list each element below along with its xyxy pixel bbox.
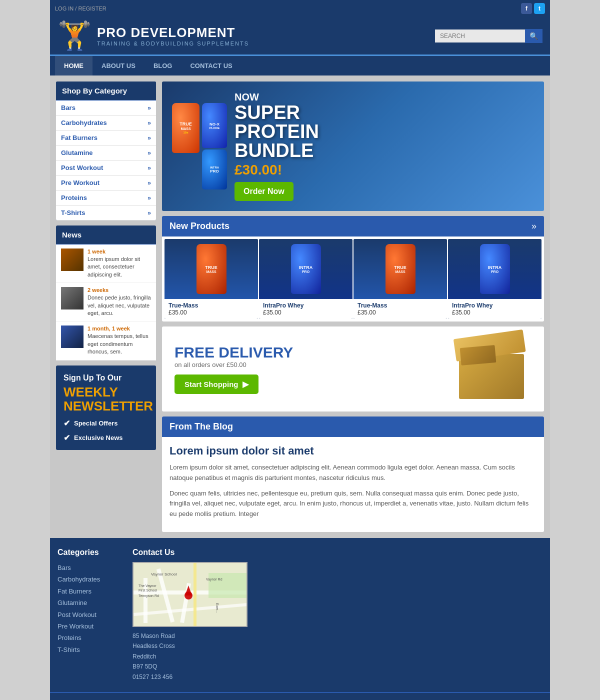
arrow-icon: »: [148, 120, 151, 126]
delivery-title: FREE DELIVERY: [174, 344, 293, 361]
news-item-3[interactable]: 1 month, 1 week Maecenas tempus, tellus …: [56, 322, 156, 360]
svg-text:Vaynor Rd: Vaynor Rd: [206, 578, 222, 582]
news-content-2: 2 weeks Donec pede justo, fringilla vel,…: [88, 287, 151, 317]
nav-item-about[interactable]: ABOUT US: [92, 56, 144, 76]
product-info-2: IntraPro Whey £35.00: [259, 299, 352, 319]
news-text-3: Maecenas tempus, tellus eget condimentum…: [88, 332, 151, 356]
svg-rect-6: [194, 563, 196, 627]
category-bars[interactable]: Bars »: [56, 100, 156, 116]
brand-name: PRO DEVELOPMENT: [97, 25, 249, 40]
news-thumb-3: [61, 326, 84, 348]
delivery-text: FREE DELIVERY on all orders over £50.00 …: [174, 344, 293, 394]
check-icon-1: ✔: [64, 418, 70, 428]
nav-item-home[interactable]: HOME: [55, 56, 92, 76]
footer-phone: 01527 123 456: [132, 672, 248, 682]
category-carbohydrates[interactable]: Carbohydrates »: [56, 116, 156, 130]
blog-content: Lorem ipsum dolor sit amet Lorem ipsum d…: [162, 444, 544, 520]
category-proteins-link[interactable]: Proteins: [61, 194, 87, 202]
brand-tagline: TRAINING & BODYBUILDING SUPPLEMENTS: [97, 40, 249, 46]
product-price-3: £35.00: [358, 309, 443, 316]
newsletter-news-row: ✔ Exclusive News: [64, 433, 148, 442]
product-info-3: True-Mass £35.00: [354, 299, 447, 319]
search-input[interactable]: [435, 30, 525, 42]
svg-text:Tennyson Rd: Tennyson Rd: [138, 594, 159, 598]
category-fat-burners[interactable]: Fat Burners »: [56, 130, 156, 146]
footer-cat-pre-workout[interactable]: Pre Workout: [58, 620, 122, 632]
footer-cat-fat-burners[interactable]: Fat Burners: [58, 586, 122, 597]
main-nav: HOME ABOUT US BLOG CONTACT US: [50, 54, 550, 76]
arrow-icon: »: [148, 164, 151, 172]
news-item-2[interactable]: 2 weeks Donec pede justo, fringilla vel,…: [56, 283, 156, 322]
facebook-button[interactable]: f: [521, 3, 532, 14]
blog-post-title[interactable]: Lorem ipsum dolor sit amet: [170, 444, 536, 458]
product-card-3[interactable]: TRUEMASS True-Mass £35.00: [354, 239, 447, 319]
footer-cat-tshirts[interactable]: T-Shirts: [58, 644, 122, 656]
footer-address-3: Redditch: [132, 652, 248, 662]
product-image-4: INTRAPRO: [448, 239, 542, 299]
check-icon-2: ✔: [64, 433, 70, 442]
category-glutamine-link[interactable]: Glutamine: [61, 149, 93, 156]
arrow-icon: »: [148, 104, 151, 112]
product-info-4: IntraPro Whey £35.00: [448, 299, 542, 319]
login-register-link[interactable]: Log In / Register: [55, 6, 106, 12]
footer-categories: Categories Bars Carbohydrates Fat Burner…: [58, 548, 122, 682]
news-date-1: 1 week: [88, 248, 151, 254]
footer-cat-post-workout[interactable]: Post Workout: [58, 609, 122, 620]
news-item-1[interactable]: 1 week Lorem ipsum dolor sit amet, conse…: [56, 244, 156, 283]
footer-cat-bars[interactable]: Bars: [58, 562, 122, 574]
product-name-3: True-Mass: [358, 302, 443, 309]
product-price-2: £35.00: [263, 309, 348, 316]
category-carbohydrates-link[interactable]: Carbohydrates: [61, 119, 107, 126]
delivery-subtitle: on all orders over £50.00: [174, 361, 293, 368]
category-section: Shop By Category Bars » Carbohydrates » …: [56, 82, 156, 220]
category-post-workout-link[interactable]: Post Workout: [61, 164, 103, 172]
newsletter-weekly-label: WEEKLY: [64, 385, 148, 400]
footer-cat-carbohydrates[interactable]: Carbohydrates: [58, 574, 122, 585]
category-glutamine[interactable]: Glutamine »: [56, 146, 156, 160]
footer-contact: Contact Us Vaynor School: [132, 548, 248, 682]
news-text-2: Donec pede justo, fringilla vel, aliquet…: [88, 294, 151, 317]
content-area: TRUE MASS 10x NO-X PLODE INTRA: [162, 82, 544, 532]
hero-text: NOW SUPER PROTEIN BUNDLE £30.00! Order N…: [227, 92, 534, 201]
footer-cat-proteins[interactable]: Proteins: [58, 632, 122, 644]
product-price-1: £35.00: [168, 309, 254, 316]
arrow-icon: »: [148, 194, 151, 202]
category-tshirts-link[interactable]: T-Shirts: [61, 209, 85, 216]
footer-map: Vaynor School Vaynor Rd Tennyson Rd The …: [132, 562, 248, 627]
footer-address: 85 Mason Road Headless Cross Redditch B9…: [132, 631, 248, 682]
category-pre-workout[interactable]: Pre Workout »: [56, 176, 156, 190]
new-products-more[interactable]: »: [532, 221, 536, 232]
search-button[interactable]: 🔍: [525, 29, 542, 43]
category-tshirts[interactable]: T-Shirts »: [56, 206, 156, 220]
category-pre-workout-link[interactable]: Pre Workout: [61, 179, 100, 186]
category-fat-burners-link[interactable]: Fat Burners: [61, 134, 98, 142]
hero-title-1: SUPER: [234, 103, 526, 122]
footer-address-2: Headless Cross: [132, 641, 248, 651]
product-card-1[interactable]: TRUEMASS True-Mass £35.00: [164, 239, 258, 319]
order-now-button[interactable]: Order Now: [234, 182, 294, 201]
hero-now: NOW: [234, 92, 526, 103]
category-post-workout[interactable]: Post Workout »: [56, 160, 156, 176]
logo-text: PRO DEVELOPMENT TRAINING & BODYBUILDING …: [97, 25, 249, 46]
product-card-2[interactable]: INTRAPRO IntraPro Whey £35.00: [259, 239, 352, 319]
twitter-button[interactable]: t: [534, 3, 545, 14]
news-thumb-1: [61, 248, 84, 271]
nav-item-blog[interactable]: BLOG: [144, 56, 182, 76]
start-shopping-button[interactable]: Start Shopping ▶: [174, 374, 258, 394]
footer-cat-glutamine[interactable]: Glutamine: [58, 597, 122, 608]
product-name-2: IntraPro Whey: [263, 302, 348, 309]
products-grid: TRUEMASS True-Mass £35.00 INTRAPRO: [162, 236, 544, 322]
footer-bottom: PRO DEVELOPMENT TRAINING & BODYBUILDING …: [50, 692, 550, 700]
news-content-3: 1 month, 1 week Maecenas tempus, tellus …: [88, 326, 151, 356]
product-card-4[interactable]: INTRAPRO IntraPro Whey £35.00: [448, 239, 542, 319]
category-proteins[interactable]: Proteins »: [56, 190, 156, 206]
blog-section: From The Blog Lorem ipsum dolor sit amet…: [162, 416, 544, 532]
blog-post-text-1: Lorem ipsum dolor sit amet, consectetuer…: [170, 462, 536, 484]
hero-banner: TRUE MASS 10x NO-X PLODE INTRA: [162, 82, 544, 211]
product-can-3: INTRA PRO: [202, 150, 227, 190]
nav-item-contact[interactable]: CONTACT US: [181, 56, 241, 76]
arrow-icon: »: [148, 150, 151, 156]
category-bars-link[interactable]: Bars: [61, 104, 76, 112]
footer-top: Categories Bars Carbohydrates Fat Burner…: [58, 548, 542, 682]
top-bar: Log In / Register f t: [50, 0, 550, 17]
